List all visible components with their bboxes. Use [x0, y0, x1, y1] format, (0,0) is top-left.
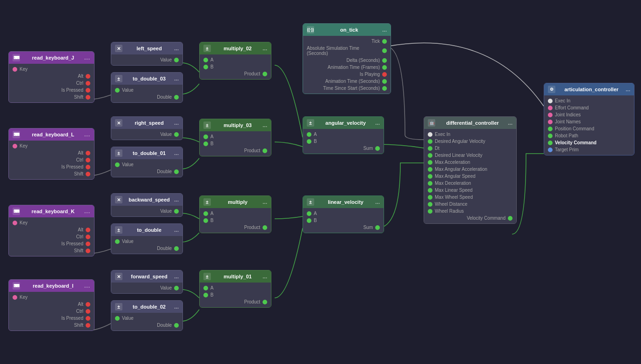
port-b-m01 — [203, 293, 208, 297]
port-row-alt-i: Alt — [9, 301, 94, 308]
node-header-linear-velocity: ± linear_velocity ... — [303, 196, 384, 208]
node-title-right-speed: right_speed — [135, 120, 163, 126]
node-title-i: read_keyboard_I — [33, 283, 73, 289]
port-row-alt-l: Alt — [9, 149, 94, 156]
node-dots-m02[interactable]: ... — [263, 45, 267, 52]
node-dots-lv[interactable]: ... — [375, 199, 380, 205]
node-dots-k[interactable]: ... — [84, 208, 90, 215]
port-row-maxangularaccel-diff: Max Angular Acceleration — [424, 166, 516, 173]
node-header-multiply-03: ± multiply_03 ... — [200, 119, 271, 131]
port-key-i — [13, 295, 17, 300]
node-dots-ls[interactable]: ... — [174, 45, 179, 52]
port-row-shift-i: Shift — [9, 322, 94, 329]
port-row-positioncmd-artic: Position Command — [544, 125, 634, 132]
node-dots-bs[interactable]: ... — [174, 196, 179, 203]
port-dt-diff — [428, 146, 432, 151]
node-dots-td02[interactable]: ... — [174, 303, 179, 310]
port-row-dt-diff: Dt — [424, 145, 516, 152]
port-execin-diff — [428, 132, 432, 137]
node-body-to-double: Value Double — [111, 236, 182, 254]
node-right-speed: ✕ right_speed ... Value — [111, 116, 183, 140]
node-header-read-keyboard-j: ⌨ read_keyboard_J ... — [9, 52, 94, 64]
node-dots-fsp[interactable]: ... — [174, 273, 179, 280]
node-dots-m[interactable]: ... — [263, 199, 267, 205]
node-multiply: ± multiply ... A B Product — [199, 195, 271, 233]
port-row-value-fsp: Value — [111, 284, 182, 291]
port-value-in-td03 — [115, 88, 120, 93]
node-title-multiply-03: multiply_03 — [223, 122, 252, 128]
port-double-td03 — [174, 95, 179, 100]
keyboard-icon-i: ⌨ — [13, 282, 20, 290]
port-row-a-m01: A — [200, 284, 271, 291]
port-animsecs — [382, 79, 387, 84]
node-dots-td[interactable]: ... — [174, 227, 179, 233]
node-differential-controller: 🤖 differential_controller ... Exec In De… — [424, 116, 517, 224]
node-dots-ot[interactable]: ... — [382, 27, 387, 33]
node-dots-rs[interactable]: ... — [174, 120, 179, 126]
node-forward-speed: ✕ forward_speed ... Value — [111, 270, 183, 294]
node-dots-m03[interactable]: ... — [263, 122, 267, 128]
port-row-a-m03: A — [200, 133, 271, 140]
port-row-sum-av: Sum — [303, 145, 384, 152]
node-dots-artic[interactable]: ... — [626, 86, 630, 93]
node-header-to-double-03: ± to_double_03 ... — [111, 73, 182, 85]
port-row-alt: Alt — [9, 73, 94, 80]
pm-icon-lv: ± — [307, 198, 314, 206]
port-row-jointindices-artic: Joint Indices — [544, 111, 634, 118]
port-row-alt-k: Alt — [9, 226, 94, 233]
node-backward-speed: ✕ backward_speed ... Value — [111, 193, 183, 217]
node-dots-l[interactable]: ... — [84, 131, 90, 138]
port-row-ctrl: Ctrl — [9, 80, 94, 87]
node-dots-av[interactable]: ... — [375, 120, 380, 126]
port-row-product-m01: Product — [200, 298, 271, 305]
node-angular-velocity: ± angular_velocity ... A B Sum — [303, 116, 384, 154]
port-row-jointnames-artic: Joint Names — [544, 118, 634, 125]
port-row-delta: Delta (Seconds) — [303, 57, 391, 64]
node-header-forward-speed: ✕ forward_speed ... — [111, 270, 182, 283]
port-effortcmd-artic — [548, 106, 553, 110]
node-on-tick: ((·)) on_tick ... Tick Absolute Simulati… — [303, 23, 391, 94]
port-row-key-i: Key — [9, 294, 94, 301]
port-row-velcmd-diff: Velocity Command — [424, 215, 516, 222]
port-row-ctrl-l: Ctrl — [9, 156, 94, 163]
port-row-execin-artic: Exec In — [544, 97, 634, 104]
wifi-icon: ((·)) — [307, 26, 314, 34]
port-row-value-in-td02: Value — [111, 315, 182, 322]
port-ispressed-l — [86, 165, 90, 169]
port-row-wheelradius-diff: Wheel Radius — [424, 208, 516, 215]
port-row-desiredangular-diff: Desired Angular Velocity — [424, 138, 516, 145]
node-linear-velocity: ± linear_velocity ... A B Sum — [303, 195, 384, 233]
port-value-ls — [174, 58, 179, 62]
port-a-lv — [307, 211, 311, 216]
node-dots-m01[interactable]: ... — [263, 273, 267, 280]
port-maxdecel-diff — [428, 181, 432, 186]
port-row-key-k: Key — [9, 219, 94, 226]
node-read-keyboard-i: ⌨ read_keyboard_I ... Key Alt Ctrl Is Pr… — [8, 279, 94, 331]
port-row-execin-diff: Exec In — [424, 131, 516, 138]
gear-icon-artic: ⚙ — [548, 86, 555, 93]
node-dots[interactable]: ... — [84, 54, 90, 61]
node-to-double-02: ± to_double_02 ... Value Double — [111, 300, 183, 331]
node-dots-td03[interactable]: ... — [174, 75, 179, 82]
node-title-artic: articulation_controller — [564, 87, 618, 92]
node-dots-diff[interactable]: ... — [508, 120, 513, 126]
port-value-in-td — [115, 239, 120, 244]
node-body-forward-speed: Value — [111, 283, 182, 293]
node-read-keyboard-k: ⌨ read_keyboard_K ... Key Alt Ctrl Is Pr… — [8, 205, 94, 256]
node-title-diff: differential_controller — [446, 120, 499, 126]
x-icon-rs: ✕ — [115, 119, 122, 127]
node-dots-i[interactable]: ... — [84, 283, 90, 289]
port-row-b-av: B — [303, 138, 384, 145]
port-positioncmd-artic — [548, 127, 553, 131]
port-product-m — [263, 225, 267, 230]
x-icon: ✕ — [115, 45, 122, 52]
port-row-value-rs: Value — [111, 131, 182, 138]
node-body-diff: Exec In Desired Angular Velocity Dt Desi… — [424, 129, 516, 223]
port-targetprim-artic — [548, 148, 553, 152]
node-title-multiply: multiply — [228, 199, 247, 205]
node-body-linear-velocity: A B Sum — [303, 208, 384, 233]
port-maxaccel-diff — [428, 160, 432, 165]
node-dots-td01[interactable]: ... — [174, 150, 179, 156]
node-header-read-keyboard-i: ⌨ read_keyboard_I ... — [9, 280, 94, 292]
pm-icon-m: ± — [203, 198, 211, 206]
